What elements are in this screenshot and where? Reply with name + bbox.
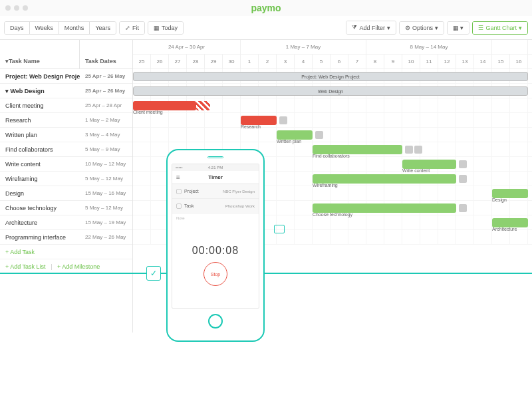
chevron-down-icon: ▾ bbox=[435, 25, 438, 31]
task-row[interactable]: Wireframing5 May – 12 May bbox=[0, 172, 132, 186]
gantt-bar[interactable]: Web Design bbox=[133, 86, 528, 96]
filter-icon: ⧩ bbox=[352, 24, 357, 31]
week-header: 24 Apr – 30 Apr bbox=[133, 40, 241, 54]
folder-icon bbox=[274, 225, 285, 233]
day-header: 27 bbox=[169, 55, 187, 68]
add-task-list-link[interactable]: + Add Task List bbox=[5, 263, 46, 270]
gantt-row bbox=[133, 128, 532, 142]
gantt-bar[interactable] bbox=[313, 145, 402, 154]
gantt-bar[interactable] bbox=[313, 203, 456, 213]
bar-caption: Wireframing bbox=[313, 183, 338, 188]
gantt-bar[interactable] bbox=[492, 189, 528, 198]
task-row[interactable]: Write content10 May – 12 May bbox=[0, 157, 132, 172]
day-header: 2 bbox=[259, 55, 277, 68]
week-header: 1 May – 7 May bbox=[241, 40, 366, 54]
day-header: 7 bbox=[348, 55, 366, 68]
options-button[interactable]: ⚙Options ▾ bbox=[400, 22, 444, 34]
gantt-row bbox=[133, 113, 532, 128]
view-days[interactable]: Days bbox=[5, 22, 30, 34]
toolbar: Days Weeks Months Years ⤢Fit ▦Today ⧩Add… bbox=[0, 16, 532, 40]
layout-button[interactable]: ▦ ▾ bbox=[448, 22, 469, 34]
task-row[interactable]: Research1 May – 2 May bbox=[0, 113, 132, 128]
phone-time: 4:21 PM bbox=[208, 166, 223, 170]
fit-icon: ⤢ bbox=[125, 25, 130, 31]
gantt-bar[interactable] bbox=[133, 101, 196, 110]
decoration-line bbox=[0, 273, 532, 274]
day-header: 28 bbox=[187, 55, 205, 68]
day-header: 3 bbox=[277, 55, 295, 68]
avatar[interactable] bbox=[405, 146, 413, 154]
phone-mockup: •••••4:21 PM ≡Timer ProjectNBC Flyer Des… bbox=[166, 149, 265, 342]
gantt-bar[interactable] bbox=[196, 101, 211, 110]
view-weeks[interactable]: Weeks bbox=[30, 22, 59, 34]
phone-task-row[interactable]: TaskPhotoshop Work bbox=[172, 199, 259, 213]
phone-project-row[interactable]: ProjectNBC Flyer Design bbox=[172, 184, 259, 199]
day-header: 1 bbox=[241, 55, 259, 68]
timer-display: 00:00:08 bbox=[192, 245, 239, 257]
bar-caption: Client meeting bbox=[133, 110, 163, 114]
traffic-light-min[interactable] bbox=[14, 5, 19, 11]
window-titlebar: paymo bbox=[0, 0, 532, 16]
bar-caption: Choose technology bbox=[313, 212, 352, 217]
week-header bbox=[492, 40, 528, 54]
gantt-bar[interactable] bbox=[313, 174, 456, 184]
avatar[interactable] bbox=[459, 204, 467, 212]
task-row[interactable]: Find collaborators5 May – 9 May bbox=[0, 142, 132, 157]
task-row[interactable]: Project: Web Design Project25 Apr – 26 M… bbox=[0, 69, 132, 84]
app-logo: paymo bbox=[251, 3, 281, 13]
gantt-chart-button[interactable]: ☰Gantt Chart ▾ bbox=[473, 22, 527, 34]
avatar[interactable] bbox=[414, 146, 422, 154]
traffic-light-max[interactable] bbox=[23, 5, 28, 11]
day-header: 8 bbox=[366, 55, 384, 68]
task-row[interactable]: Programming interface22 May – 26 May bbox=[0, 230, 132, 245]
task-row[interactable]: Written plan3 May – 4 May bbox=[0, 128, 132, 142]
day-header: 12 bbox=[438, 55, 456, 68]
task-row[interactable]: Architecture15 May – 19 May bbox=[0, 215, 132, 230]
day-header: 9 bbox=[384, 55, 402, 68]
day-header: 5 bbox=[313, 55, 331, 68]
bar-caption: Research bbox=[241, 124, 261, 129]
menu-icon[interactable]: ≡ bbox=[176, 174, 180, 181]
task-row[interactable]: Choose technology5 May – 12 May bbox=[0, 201, 132, 215]
fit-button[interactable]: ⤢Fit bbox=[120, 22, 144, 34]
avatar[interactable] bbox=[279, 116, 287, 124]
avatar[interactable] bbox=[315, 131, 323, 139]
gantt-icon: ☰ bbox=[478, 25, 483, 31]
day-header: 14 bbox=[474, 55, 492, 68]
col-task-name[interactable]: ▾ Task Name bbox=[0, 40, 80, 68]
phone-speaker bbox=[207, 156, 223, 158]
day-header: 26 bbox=[151, 55, 169, 68]
bar-caption: Find collaborators bbox=[313, 154, 350, 158]
gantt-bar[interactable] bbox=[492, 218, 528, 227]
phone-note[interactable]: Note bbox=[172, 213, 259, 223]
view-years[interactable]: Years bbox=[90, 22, 116, 34]
today-button[interactable]: ▦Today bbox=[148, 22, 183, 34]
gantt-bar[interactable] bbox=[241, 116, 277, 125]
gantt-bar[interactable]: Project: Web Design Project bbox=[133, 72, 528, 81]
gantt-bar[interactable] bbox=[402, 160, 456, 169]
bar-caption: Written plan bbox=[277, 139, 301, 144]
col-task-dates[interactable]: Task Dates bbox=[80, 40, 132, 68]
task-row[interactable]: ▾ Web Design25 Apr – 26 May bbox=[0, 84, 132, 98]
task-row[interactable]: Design15 May – 16 May bbox=[0, 186, 132, 201]
view-months[interactable]: Months bbox=[59, 22, 90, 34]
stop-button[interactable]: Stop bbox=[203, 262, 227, 286]
add-milestone-link[interactable]: + Add Milestone bbox=[57, 263, 100, 270]
home-button-icon[interactable] bbox=[208, 314, 223, 329]
task-sidebar: ▾ Task Name Task Dates Project: Web Desi… bbox=[0, 40, 133, 332]
chevron-down-icon: ▾ bbox=[387, 25, 390, 31]
bar-caption: Design bbox=[492, 198, 507, 202]
add-task-link[interactable]: + Add Task bbox=[0, 249, 80, 255]
day-header: 15 bbox=[492, 55, 510, 68]
traffic-light-close[interactable] bbox=[5, 5, 11, 11]
avatar[interactable] bbox=[459, 175, 467, 183]
gantt-bar[interactable] bbox=[277, 130, 313, 140]
day-header: 25 bbox=[133, 55, 151, 68]
check-icon: ✓ bbox=[146, 266, 161, 281]
bar-caption: Architecture bbox=[492, 227, 517, 231]
add-filter-button[interactable]: ⧩Add Filter ▾ bbox=[346, 21, 396, 34]
task-row[interactable]: Client meeting25 Apr – 28 Apr bbox=[0, 98, 132, 113]
avatar[interactable] bbox=[459, 160, 467, 168]
grid-icon: ▦ bbox=[453, 25, 459, 31]
day-header: 4 bbox=[295, 55, 313, 68]
